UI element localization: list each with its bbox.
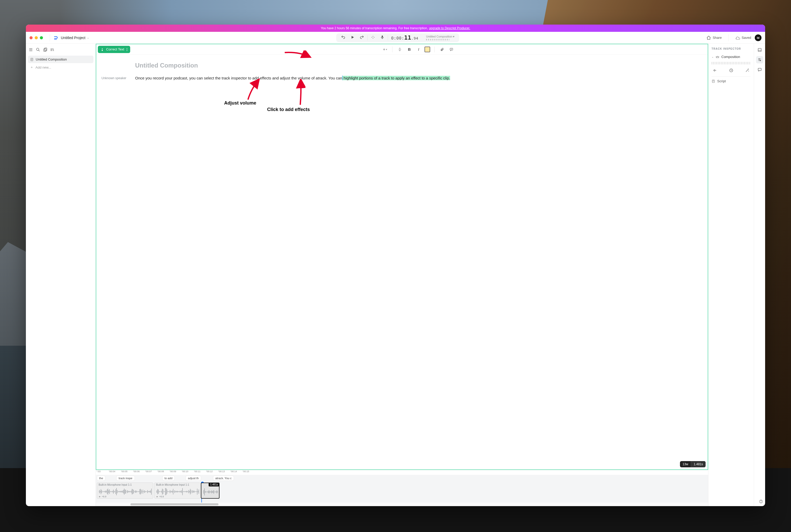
svg-rect-16: [758, 68, 761, 71]
transcript-paragraph[interactable]: Once you record your podcast, you can se…: [135, 75, 692, 81]
svg-rect-5: [382, 35, 383, 38]
project-sidebar: Untitled Composition ＋ Add new...: [26, 44, 96, 506]
record-mic-icon[interactable]: [380, 35, 384, 41]
sliders-icon[interactable]: [756, 56, 763, 63]
help-icon[interactable]: [759, 499, 763, 505]
correct-text-button[interactable]: Correct Text ▵▿: [98, 46, 130, 53]
zoom-icon[interactable]: [40, 36, 43, 39]
word-pill[interactable]: atrack. You c: [213, 476, 234, 481]
overdub-icon[interactable]: [371, 35, 375, 41]
app-logo: [53, 35, 59, 41]
bold-icon[interactable]: B: [406, 46, 413, 53]
inspector-script-row[interactable]: Script: [712, 76, 751, 83]
properties-icon[interactable]: [756, 46, 763, 54]
audio-clip[interactable]: 1.481s: [201, 482, 220, 499]
track-inspector-panel: TRACK INSPECTOR ⌄ Composition Scr: [709, 44, 754, 506]
sidebar-add-new[interactable]: ＋ Add new...: [28, 63, 93, 71]
svg-point-1: [372, 37, 372, 37]
strikethrough-icon[interactable]: [397, 46, 403, 53]
audio-clip[interactable]: Built-in Microphone Input 1-1+6.9: [97, 482, 153, 499]
time-ruler[interactable]: :0300:0400:0500:0600:0700:0800:0900:1000…: [96, 470, 708, 475]
main-area: Correct Text ▵▿ ▾ B I: [96, 44, 708, 506]
svg-point-2: [373, 36, 373, 37]
undo-icon[interactable]: [341, 35, 345, 41]
svg-point-14: [759, 59, 759, 59]
add-menu[interactable]: ▾: [381, 46, 388, 53]
share-button[interactable]: Share: [707, 35, 722, 40]
hamburger-icon[interactable]: [29, 48, 33, 53]
highlighted-selection: highlight portions of a track to apply a…: [342, 76, 450, 80]
svg-point-4: [374, 37, 374, 37]
sidebar-item-composition[interactable]: Untitled Composition: [28, 56, 93, 63]
right-rail: [754, 44, 765, 506]
transcript-editor[interactable]: Unknown speaker Untitled Composition Onc…: [96, 55, 708, 469]
redo-icon[interactable]: [359, 35, 364, 41]
volume-icon[interactable]: [712, 67, 718, 74]
comments-icon[interactable]: [756, 66, 763, 73]
timeline[interactable]: :0300:0400:0500:0600:0700:0800:0900:1000…: [96, 470, 708, 506]
timecode-display: 0:00:11.94: [391, 34, 418, 41]
copy-icon[interactable]: [43, 48, 48, 53]
upgrade-banner: You have 2 hours 56 minutes of transcrip…: [26, 24, 765, 32]
svg-rect-0: [54, 39, 57, 40]
comment-add-icon[interactable]: [448, 46, 455, 53]
speaker-label: Unknown speaker: [101, 62, 130, 467]
inspector-title: TRACK INSPECTOR: [712, 48, 751, 50]
effects-wand-icon[interactable]: [744, 67, 751, 74]
highlight-icon[interactable]: [425, 46, 430, 52]
saved-status: Saved: [735, 35, 751, 40]
timeline-scrollbar[interactable]: [96, 502, 708, 506]
editor-toolbar: Correct Text ▵▿ ▾ B I: [96, 44, 708, 55]
transport-pill: 0:00:11.94 Untitled Composition ▾: [336, 33, 459, 42]
app-window: You have 2 hours 56 minutes of transcrip…: [26, 24, 765, 506]
plus-icon: ＋: [30, 65, 33, 70]
chevron-down-icon: ⌄: [712, 55, 714, 58]
play-icon[interactable]: [350, 35, 355, 41]
chevron-updown-icon: ▵▿: [126, 48, 128, 52]
library-icon[interactable]: [50, 48, 55, 53]
project-menu-caret[interactable]: ⌄: [87, 36, 89, 39]
svg-rect-7: [44, 48, 47, 51]
word-pill[interactable]: the: [97, 476, 105, 481]
close-icon[interactable]: [30, 36, 33, 39]
banner-upgrade-link[interactable]: upgrade to Descript Producer.: [429, 26, 470, 30]
italic-icon[interactable]: I: [415, 46, 422, 53]
audio-tracks[interactable]: Built-in Microphone Input 1-1+6.9Built-i…: [96, 481, 708, 502]
word-pill[interactable]: to add: [162, 476, 175, 481]
attachment-icon[interactable]: [439, 46, 446, 53]
svg-rect-13: [758, 49, 761, 52]
crown-icon: [716, 55, 719, 59]
word-clips-row: thetrack inspeto addadjust thatrack. You…: [96, 475, 708, 481]
svg-rect-8: [44, 49, 46, 52]
title-bar: Untitled Project ⌄ 0:00:11.94 Untitled C…: [26, 32, 765, 44]
mini-waveform: [712, 62, 751, 64]
svg-point-6: [37, 48, 39, 51]
selection-range-badge: 13w1.481s: [680, 461, 705, 467]
document-title[interactable]: Untitled Composition: [135, 62, 692, 69]
sidebar-item-label: Untitled Composition: [36, 57, 67, 61]
clock-icon[interactable]: [728, 67, 735, 74]
composition-selector[interactable]: Untitled Composition ▾: [426, 35, 455, 40]
banner-text: You have 2 hours 56 minutes of transcrip…: [321, 26, 428, 30]
minimize-icon[interactable]: [35, 36, 38, 39]
user-avatar[interactable]: Id: [755, 34, 761, 41]
audio-clip[interactable]: Built-in Microphone Input 1-1+6.9: [154, 482, 200, 499]
word-pill[interactable]: adjust th: [186, 476, 201, 481]
window-controls: [30, 36, 43, 39]
inspector-composition-row[interactable]: ⌄ Composition: [712, 54, 751, 60]
svg-point-3: [373, 38, 373, 38]
svg-point-15: [760, 60, 760, 61]
search-icon[interactable]: [36, 48, 40, 53]
project-title[interactable]: Untitled Project: [61, 36, 86, 40]
svg-point-18: [761, 502, 761, 502]
word-pill[interactable]: track inspe: [116, 476, 135, 481]
